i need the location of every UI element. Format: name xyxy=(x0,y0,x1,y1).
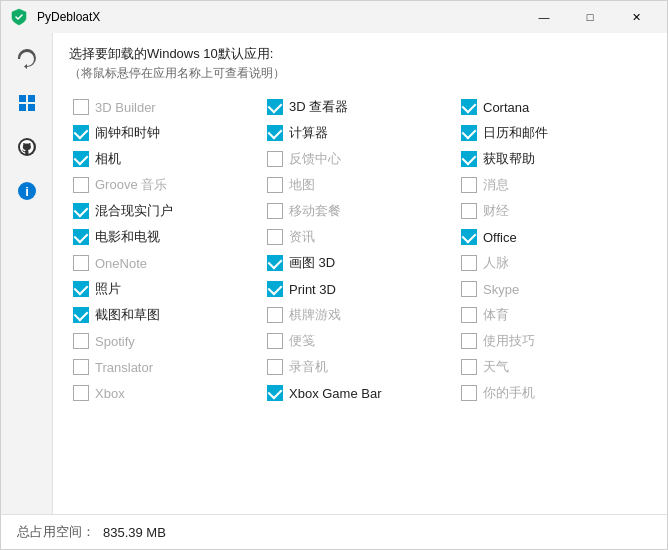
app-checkbox-office[interactable] xyxy=(461,229,477,245)
app-checkbox-mixed-reality[interactable] xyxy=(73,203,89,219)
app-label-movies-tv: 电影和电视 xyxy=(95,228,160,246)
app-label-print-3d: Print 3D xyxy=(289,282,336,297)
app-label-sports: 体育 xyxy=(483,306,509,324)
app-checkbox-spotify[interactable] xyxy=(73,333,89,349)
list-item: 电影和电视 xyxy=(69,224,263,250)
list-item: 你的手机 xyxy=(457,380,651,406)
app-label-voice-recorder: 录音机 xyxy=(289,358,328,376)
app-checkbox-get-help[interactable] xyxy=(461,151,477,167)
github-icon[interactable] xyxy=(9,129,45,165)
list-item: 反馈中心 xyxy=(263,146,457,172)
app-label-photos: 照片 xyxy=(95,280,121,298)
header-line1: 选择要卸载的Windows 10默认应用: xyxy=(69,45,651,63)
app-checkbox-groove-music[interactable] xyxy=(73,177,89,193)
app-label-solitaire: 棋牌游戏 xyxy=(289,306,341,324)
app-checkbox-maps[interactable] xyxy=(267,177,283,193)
info-icon[interactable]: i xyxy=(9,173,45,209)
app-checkbox-weather[interactable] xyxy=(461,359,477,375)
close-button[interactable]: ✕ xyxy=(613,1,659,33)
app-checkbox-alarm-clock[interactable] xyxy=(73,125,89,141)
app-checkbox-solitaire[interactable] xyxy=(267,307,283,323)
app-checkbox-photos[interactable] xyxy=(73,281,89,297)
maximize-button[interactable]: □ xyxy=(567,1,613,33)
app-label-xbox: Xbox xyxy=(95,386,125,401)
app-checkbox-messaging[interactable] xyxy=(461,177,477,193)
list-item: 天气 xyxy=(457,354,651,380)
app-label-mobile-plans: 移动套餐 xyxy=(289,202,341,220)
app-checkbox-xbox[interactable] xyxy=(73,385,89,401)
app-checkbox-print-3d[interactable] xyxy=(267,281,283,297)
app-label-skype: Skype xyxy=(483,282,519,297)
list-item: 3D Builder xyxy=(69,94,263,120)
list-item: 照片 xyxy=(69,276,263,302)
refresh-icon[interactable] xyxy=(9,41,45,77)
app-checkbox-voice-recorder[interactable] xyxy=(267,359,283,375)
list-item: 日历和邮件 xyxy=(457,120,651,146)
app-label-get-help: 获取帮助 xyxy=(483,150,535,168)
svg-rect-2 xyxy=(19,104,26,111)
app-checkbox-3d-viewer[interactable] xyxy=(267,99,283,115)
app-checkbox-camera[interactable] xyxy=(73,151,89,167)
list-item: 体育 xyxy=(457,302,651,328)
title-bar: PyDebloatX — □ ✕ xyxy=(1,1,667,33)
app-checkbox-translator[interactable] xyxy=(73,359,89,375)
app-checkbox-news[interactable] xyxy=(267,229,283,245)
app-label-spotify: Spotify xyxy=(95,334,135,349)
app-checkbox-tips[interactable] xyxy=(461,333,477,349)
app-checkbox-your-phone[interactable] xyxy=(461,385,477,401)
window-controls: — □ ✕ xyxy=(521,1,659,33)
app-checkbox-sticky-notes[interactable] xyxy=(267,333,283,349)
minimize-button[interactable]: — xyxy=(521,1,567,33)
app-checkbox-sports[interactable] xyxy=(461,307,477,323)
app-label-groove-music: Groove 音乐 xyxy=(95,176,167,194)
app-checkbox-mobile-plans[interactable] xyxy=(267,203,283,219)
app-checkbox-skype[interactable] xyxy=(461,281,477,297)
app-checkbox-money[interactable] xyxy=(461,203,477,219)
app-icon xyxy=(9,7,29,27)
app-checkbox-people[interactable] xyxy=(461,255,477,271)
sidebar: i xyxy=(1,33,53,514)
app-checkbox-3d-builder[interactable] xyxy=(73,99,89,115)
app-label-feedback-hub: 反馈中心 xyxy=(289,150,341,168)
header-line2: （将鼠标悬停在应用名称上可查看说明） xyxy=(69,65,651,82)
list-item: Groove 音乐 xyxy=(69,172,263,198)
app-label-maps: 地图 xyxy=(289,176,315,194)
app-label-translator: Translator xyxy=(95,360,153,375)
list-item: 移动套餐 xyxy=(263,198,457,224)
list-item: 地图 xyxy=(263,172,457,198)
list-item: 相机 xyxy=(69,146,263,172)
app-label-news: 资讯 xyxy=(289,228,315,246)
list-item: 录音机 xyxy=(263,354,457,380)
svg-rect-3 xyxy=(28,104,35,111)
app-grid: 3D Builder3D 查看器Cortana闹钟和时钟计算器日历和邮件相机反馈… xyxy=(69,94,651,406)
app-checkbox-snip-sketch[interactable] xyxy=(73,307,89,323)
list-item: 截图和草图 xyxy=(69,302,263,328)
app-label-onenote: OneNote xyxy=(95,256,147,271)
list-item: 混合现实门户 xyxy=(69,198,263,224)
app-label-people: 人脉 xyxy=(483,254,509,272)
windows-icon[interactable] xyxy=(9,85,45,121)
app-checkbox-xbox-game-bar[interactable] xyxy=(267,385,283,401)
app-checkbox-paint-3d[interactable] xyxy=(267,255,283,271)
app-label-tips: 使用技巧 xyxy=(483,332,535,350)
app-checkbox-cortana[interactable] xyxy=(461,99,477,115)
list-item: 使用技巧 xyxy=(457,328,651,354)
list-item: Print 3D xyxy=(263,276,457,302)
app-label-cortana: Cortana xyxy=(483,100,529,115)
footer-value: 835.39 MB xyxy=(103,525,166,540)
list-item: 财经 xyxy=(457,198,651,224)
list-item: OneNote xyxy=(69,250,263,276)
app-checkbox-calculator[interactable] xyxy=(267,125,283,141)
app-checkbox-onenote[interactable] xyxy=(73,255,89,271)
svg-rect-1 xyxy=(28,95,35,102)
svg-text:i: i xyxy=(25,184,29,199)
app-checkbox-feedback-hub[interactable] xyxy=(267,151,283,167)
app-label-your-phone: 你的手机 xyxy=(483,384,535,402)
list-item: 便笺 xyxy=(263,328,457,354)
app-label-camera: 相机 xyxy=(95,150,121,168)
app-checkbox-movies-tv[interactable] xyxy=(73,229,89,245)
list-item: Spotify xyxy=(69,328,263,354)
app-checkbox-calendar-mail[interactable] xyxy=(461,125,477,141)
list-item: 画图 3D xyxy=(263,250,457,276)
app-label-office: Office xyxy=(483,230,517,245)
